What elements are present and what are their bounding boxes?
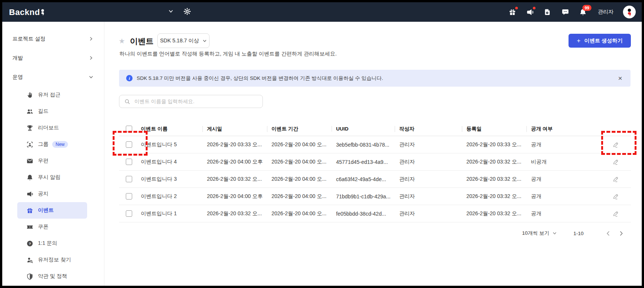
bell-icon xyxy=(26,174,33,181)
shield-icon xyxy=(26,273,33,280)
visibility: 공개 xyxy=(526,176,593,183)
banner-close-icon[interactable]: × xyxy=(618,75,622,82)
people-icon xyxy=(26,108,33,115)
topbar-actions: 99 관리자 xyxy=(508,6,636,18)
column-header-visibility[interactable]: 공개 여부 xyxy=(526,126,593,132)
edit-icon[interactable] xyxy=(611,210,620,218)
edit-icon[interactable] xyxy=(611,192,620,201)
table-row: 이벤트입니다 4 2026-2월-20 04:00 오후 2026-2월-20 … xyxy=(119,153,631,171)
new-badge: New xyxy=(52,141,68,148)
sidebar-item-inquiry[interactable]: ? 1:1 문의 xyxy=(17,235,87,252)
sidebar-item-leaderboard[interactable]: 리더보드 xyxy=(17,120,87,136)
sidebar-section-project-settings[interactable]: 프로젝트 설정 xyxy=(2,29,104,48)
visibility: 비공개 xyxy=(526,159,593,165)
sidebar-item-terms-policy[interactable]: 약관 및 정책 xyxy=(17,268,87,285)
gift-icon[interactable] xyxy=(508,8,516,16)
gift-icon xyxy=(26,207,33,214)
megaphone-icon xyxy=(26,190,33,198)
banner-text: SDK 5.18.7 미만 버전을 사용 중이신 경우, 상단의 SDK 버전을… xyxy=(137,75,383,82)
chat-icon[interactable] xyxy=(561,8,569,16)
sidebar-section-development[interactable]: 개발 xyxy=(2,48,104,68)
column-header-uuid[interactable]: UUID xyxy=(332,126,395,132)
row-checkbox[interactable] xyxy=(126,176,132,182)
sidebar-item-label: 유저정보 찾기 xyxy=(38,256,71,263)
column-header-name[interactable]: 이벤트 이름 xyxy=(136,126,202,132)
column-header-registered[interactable]: 등록일 xyxy=(462,126,526,132)
sidebar-item-label: 길드 xyxy=(38,108,48,115)
row-checkbox[interactable] xyxy=(126,193,132,200)
group-icon xyxy=(26,141,33,148)
event-name: 이벤트입니다 1 xyxy=(136,210,202,217)
next-page-icon[interactable] xyxy=(618,231,624,236)
sidebar: 프로젝트 설정 개발 운영 유저 접근 xyxy=(2,22,104,286)
sidebar-item-label: 푸시 알림 xyxy=(38,174,60,181)
sidebar-item-guild[interactable]: 길드 xyxy=(17,103,87,120)
event-name: 이벤트입니다 5 xyxy=(136,141,202,148)
sidebar-item-coupon[interactable]: 쿠폰 xyxy=(17,219,87,235)
document-icon[interactable] xyxy=(543,8,552,16)
row-checkbox[interactable] xyxy=(126,210,132,217)
sidebar-item-notice[interactable]: 공지 xyxy=(17,186,87,202)
table-row: 이벤트입니다 5 2026-2월-20 03:33 오... 2026-2월-2… xyxy=(119,136,631,153)
create-event-button[interactable]: + 이벤트 생성하기 xyxy=(569,34,631,48)
sidebar-section-operations[interactable]: 운영 xyxy=(2,68,104,87)
section-label: 운영 xyxy=(12,74,23,81)
settings-gear-icon[interactable] xyxy=(183,8,191,17)
sidebar-item-push-notification[interactable]: 푸시 알림 xyxy=(17,169,87,186)
event-period: 2026-2월-20 04:00 오... xyxy=(267,193,332,200)
gift-alert-dot xyxy=(515,7,518,9)
author: 관리자 xyxy=(395,159,462,165)
sdk-version-selector[interactable]: SDK 5.18.7 이상 xyxy=(157,33,210,48)
uuid: 71bdb9b1-c1db-429a... xyxy=(332,194,395,200)
plus-icon: + xyxy=(577,37,581,45)
sidebar-item-group[interactable]: 그룹 New xyxy=(17,136,87,153)
published-date: 2026-2월-20 04:00 오후 xyxy=(202,193,267,200)
page-title: 이벤트 xyxy=(130,36,154,46)
event-name: 이벤트입니다 4 xyxy=(136,159,202,165)
edit-icon[interactable] xyxy=(611,158,620,166)
event-name: 이벤트입니다 2 xyxy=(136,193,202,200)
author: 관리자 xyxy=(395,193,462,200)
uuid: fe05bbdd-38cd-42d... xyxy=(332,211,395,217)
edit-icon[interactable] xyxy=(611,175,620,183)
megaphone-icon[interactable] xyxy=(526,8,534,16)
page-size-label: 10개씩 보기 xyxy=(522,230,549,237)
sidebar-item-user-access[interactable]: 유저 접근 xyxy=(17,87,87,103)
sidebar-item-event[interactable]: 이벤트 xyxy=(17,202,87,219)
logo: Backnd xyxy=(9,8,44,16)
select-all-checkbox[interactable] xyxy=(126,126,132,132)
user-label: 관리자 xyxy=(598,9,614,15)
registered-date: 2026-2월-20 03:32 오... xyxy=(462,193,526,200)
event-name: 이벤트입니다 3 xyxy=(136,176,202,183)
event-period: 2026-2월-20 04:00 오... xyxy=(267,210,332,217)
page-size-selector[interactable]: 10개씩 보기 xyxy=(522,230,557,237)
sidebar-item-user-search[interactable]: 유저정보 찾기 xyxy=(17,252,87,268)
column-header-published[interactable]: 게시일 xyxy=(202,126,267,132)
events-table: 이벤트 이름 게시일 이벤트 기간 UUID 작성자 등록일 공개 여부 이벤트… xyxy=(119,122,631,222)
page-description: 하나의 이벤트를 언어별로 작성해 등록하고, 게임 내 노출할 이벤트를 간편… xyxy=(119,51,337,57)
sidebar-item-label: 유저 접근 xyxy=(38,92,60,98)
column-header-period[interactable]: 이벤트 기간 xyxy=(267,126,332,132)
sidebar-item-label: 리더보드 xyxy=(38,124,59,131)
section-label: 프로젝트 설정 xyxy=(12,36,45,42)
author: 관리자 xyxy=(395,141,462,148)
avatar[interactable] xyxy=(623,6,636,18)
table-row: 이벤트입니다 1 2026-2월-20 03:32 오... 2026-2월-2… xyxy=(119,205,631,222)
search-input[interactable] xyxy=(134,99,259,104)
row-checkbox[interactable] xyxy=(126,141,132,148)
page-range: 1-10 xyxy=(573,231,584,236)
published-date: 2026-2월-20 03:32 오... xyxy=(202,176,267,183)
sidebar-item-mail[interactable]: 우편 xyxy=(17,153,87,169)
sidebar-item-label: 우편 xyxy=(38,158,48,164)
project-chevron-down-icon[interactable] xyxy=(168,9,173,15)
edit-icon[interactable] xyxy=(611,141,620,149)
bell-icon[interactable]: 99 xyxy=(579,8,587,16)
published-date: 2026-2월-20 04:00 오후 xyxy=(202,159,267,165)
registered-date: 2026-2월-20 03:32 오... xyxy=(462,210,526,217)
row-checkbox[interactable] xyxy=(126,159,132,165)
favorite-star-icon[interactable]: ★ xyxy=(119,37,125,45)
chevron-right-icon xyxy=(89,56,94,60)
column-header-author[interactable]: 작성자 xyxy=(395,126,462,132)
previous-page-icon[interactable] xyxy=(605,231,611,236)
chevron-down-icon xyxy=(552,231,557,236)
